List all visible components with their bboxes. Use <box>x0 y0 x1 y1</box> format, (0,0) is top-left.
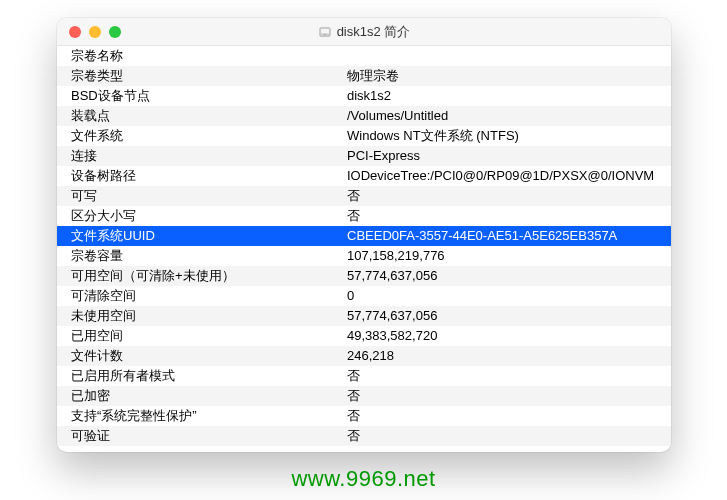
row-value: 物理宗卷 <box>347 66 671 86</box>
table-row[interactable]: 宗卷容量107,158,219,776 <box>57 246 671 266</box>
table-row[interactable]: 文件系统UUIDCBEED0FA-3557-44E0-AE51-A5E625EB… <box>57 226 671 246</box>
row-value: 107,158,219,776 <box>347 246 671 266</box>
table-row[interactable]: 可验证否 <box>57 426 671 446</box>
row-label: 宗卷名称 <box>57 46 347 66</box>
row-label: 设备树路径 <box>57 166 347 186</box>
row-label: 宗卷类型 <box>57 66 347 86</box>
table-row[interactable]: 支持“系统完整性保护”否 <box>57 406 671 426</box>
row-value: 否 <box>347 406 671 426</box>
row-label: 文件系统UUID <box>57 226 347 246</box>
row-label: 区分大小写 <box>57 206 347 226</box>
row-label: 可验证 <box>57 426 347 446</box>
row-label: 未使用空间 <box>57 306 347 326</box>
disk-icon <box>318 25 332 39</box>
window-title-wrap: disk1s2 简介 <box>57 23 671 41</box>
row-label: 支持“系统完整性保护” <box>57 406 347 426</box>
info-table[interactable]: 宗卷名称宗卷类型物理宗卷BSD设备节点disk1s2装载点/Volumes/Un… <box>57 46 671 452</box>
table-row[interactable]: 可清除空间0 <box>57 286 671 306</box>
svg-point-2 <box>324 33 325 34</box>
row-value: 57,774,637,056 <box>347 306 671 326</box>
svg-rect-0 <box>319 27 330 36</box>
row-value: PCI-Express <box>347 146 671 166</box>
table-row[interactable]: 装载点/Volumes/Untitled <box>57 106 671 126</box>
table-row[interactable]: 可用空间（可清除+未使用）57,774,637,056 <box>57 266 671 286</box>
row-label: 已用空间 <box>57 326 347 346</box>
row-label: 文件计数 <box>57 346 347 366</box>
row-label: 已加密 <box>57 386 347 406</box>
svg-rect-1 <box>321 28 329 32</box>
row-value: Windows NT文件系统 (NTFS) <box>347 126 671 146</box>
close-button[interactable] <box>69 26 81 38</box>
row-label: 已启用所有者模式 <box>57 366 347 386</box>
row-value: 246,218 <box>347 346 671 366</box>
row-label: 连接 <box>57 146 347 166</box>
minimize-button[interactable] <box>89 26 101 38</box>
window-title: disk1s2 简介 <box>337 23 411 41</box>
table-row[interactable]: BSD设备节点disk1s2 <box>57 86 671 106</box>
row-label: 可用空间（可清除+未使用） <box>57 266 347 286</box>
row-value: 0 <box>347 286 671 306</box>
row-value: 否 <box>347 186 671 206</box>
row-label: 可写 <box>57 186 347 206</box>
row-value: /Volumes/Untitled <box>347 106 671 126</box>
table-row[interactable]: 可写否 <box>57 186 671 206</box>
row-value: 否 <box>347 206 671 226</box>
row-label: BSD设备节点 <box>57 86 347 106</box>
table-row[interactable]: 已启用所有者模式否 <box>57 366 671 386</box>
table-row[interactable]: 已用空间49,383,582,720 <box>57 326 671 346</box>
row-value: 否 <box>347 426 671 446</box>
row-value <box>347 46 671 66</box>
titlebar: disk1s2 简介 <box>57 18 671 46</box>
row-label: 装载点 <box>57 106 347 126</box>
row-value: IODeviceTree:/PCI0@0/RP09@1D/PXSX@0/IONV… <box>347 166 671 186</box>
table-row[interactable]: 文件计数246,218 <box>57 346 671 366</box>
info-window: disk1s2 简介 宗卷名称宗卷类型物理宗卷BSD设备节点disk1s2装载点… <box>57 18 671 452</box>
table-row[interactable]: 文件系统Windows NT文件系统 (NTFS) <box>57 126 671 146</box>
row-label: 文件系统 <box>57 126 347 146</box>
row-value: CBEED0FA-3557-44E0-AE51-A5E625EB357A <box>347 226 671 246</box>
traffic-lights <box>57 26 121 38</box>
row-value: 49,383,582,720 <box>347 326 671 346</box>
maximize-button[interactable] <box>109 26 121 38</box>
table-row[interactable]: 宗卷名称 <box>57 46 671 66</box>
table-row[interactable]: 已加密否 <box>57 386 671 406</box>
table-row[interactable]: 区分大小写否 <box>57 206 671 226</box>
table-row[interactable]: 连接PCI-Express <box>57 146 671 166</box>
watermark-text: www.9969.net <box>0 466 727 492</box>
row-label: 宗卷容量 <box>57 246 347 266</box>
row-value: 否 <box>347 386 671 406</box>
table-row[interactable]: 设备树路径IODeviceTree:/PCI0@0/RP09@1D/PXSX@0… <box>57 166 671 186</box>
row-label: 可清除空间 <box>57 286 347 306</box>
row-value: 否 <box>347 366 671 386</box>
row-value: disk1s2 <box>347 86 671 106</box>
table-row[interactable]: 宗卷类型物理宗卷 <box>57 66 671 86</box>
table-row[interactable]: 未使用空间57,774,637,056 <box>57 306 671 326</box>
row-value: 57,774,637,056 <box>347 266 671 286</box>
